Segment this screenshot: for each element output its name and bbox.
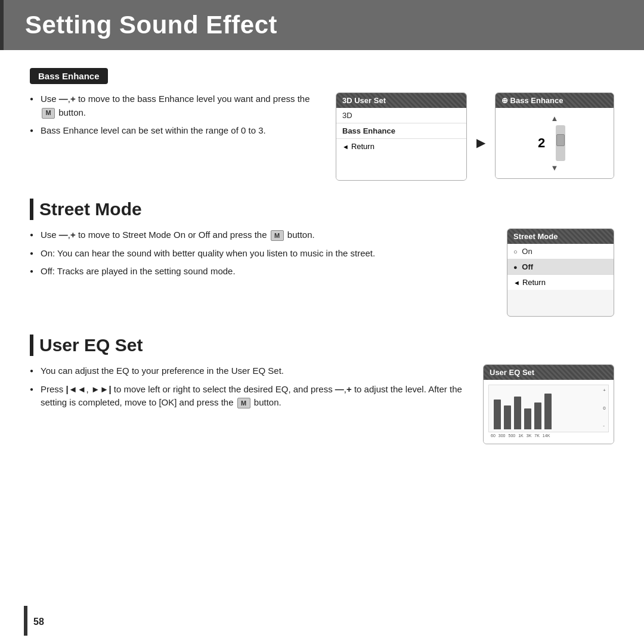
street-mode-title-block: Street Mode — [30, 199, 614, 220]
street-mode-section: Street Mode Use —,+ to move to Street Mo… — [30, 199, 614, 317]
street-on-row: ○ On — [507, 244, 614, 259]
empty-row-4 — [507, 303, 614, 316]
bass-enhance-bullet1: Use —,+ to move to the bass Enhance leve… — [30, 92, 318, 119]
m-button-street: M — [271, 230, 284, 241]
user-eq-text: You can adjust the EQ to your preference… — [30, 364, 483, 414]
eq-bar-fill-5 — [534, 402, 541, 429]
freq-1k: 1K — [518, 434, 524, 438]
freq-60: 60 — [491, 434, 496, 438]
eq-bar-1 — [494, 388, 501, 429]
page-number: 58 — [33, 617, 44, 627]
street-mode-bullet3: Off: Tracks are played in the setting so… — [30, 265, 489, 278]
street-return-row: ◄ Return — [507, 275, 614, 290]
eq-freq-labels: 60 300 500 1K 3K 7K 14K — [488, 432, 609, 439]
bottom-accent-bar — [24, 606, 27, 636]
eq-bar-fill-2 — [504, 405, 511, 429]
eq-bars — [491, 388, 554, 429]
eq-right-labels: + 0 - — [603, 388, 606, 428]
freq-300: 300 — [499, 434, 506, 438]
street-mode-title-bar — [30, 199, 33, 220]
user-eq-menu-header: User EQ Set — [484, 365, 614, 380]
page-title: Setting Sound Effect — [25, 11, 620, 39]
freq-7k: 7K — [534, 434, 540, 438]
bass-enhance-section: Bass Enhance Use —,+ to move to the bass… — [30, 68, 614, 181]
eq-content: + 0 - — [484, 380, 614, 444]
slider-down-arrow: ▼ — [551, 163, 559, 172]
m-button-bass: M — [42, 108, 55, 119]
street-mode-title: Street Mode — [39, 199, 142, 219]
eq-bar-3 — [514, 388, 521, 429]
street-mode-menu-header: Street Mode — [507, 229, 614, 244]
bass-enhance-row: Bass Enhance — [336, 123, 466, 139]
user-eq-title-block: User EQ Set — [30, 335, 614, 356]
empty-row-3 — [507, 290, 614, 303]
bass-enhance-value-menu: ⊕ Bass Enhance ▲ 2 ▼ — [495, 92, 614, 179]
eq-bar-2 — [504, 388, 511, 429]
user-eq-content: You can adjust the EQ to your preference… — [30, 364, 614, 444]
freq-500: 500 — [508, 434, 515, 438]
eq-bar-fill-3 — [514, 397, 521, 429]
slider-up-arrow: ▲ — [551, 114, 559, 123]
eq-bar-fill-4 — [524, 408, 531, 429]
street-mode-bullet2: On: You can hear the sound with better q… — [30, 247, 489, 261]
3d-user-set-menu: 3D User Set 3D Bass Enhance ◄ Return — [336, 92, 467, 181]
eq-bar-5 — [534, 388, 541, 429]
user-eq-section: User EQ Set You can adjust the EQ to you… — [30, 335, 614, 444]
bass-enhance-menus: 3D User Set 3D Bass Enhance ◄ Return ▶ ⊕… — [336, 92, 614, 181]
freq-14k: 14K — [543, 434, 550, 438]
eq-bar-fill-6 — [544, 394, 552, 429]
eq-bar-6 — [544, 388, 552, 429]
3d-user-set-header: 3D User Set — [336, 93, 466, 108]
street-mode-bullet1: Use —,+ to move to Street Mode On or Off… — [30, 228, 489, 242]
empty-row-1 — [336, 154, 466, 167]
return-icon-1: ◄ — [342, 143, 349, 150]
bass-enhance-content: Use —,+ to move to the bass Enhance leve… — [30, 92, 614, 181]
street-mode-content: Use —,+ to move to Street Mode On or Off… — [30, 228, 614, 317]
user-eq-bullet2: Press |◄◄, ►►| to move left or right to … — [30, 383, 465, 410]
eq-visualization: + 0 - — [488, 385, 609, 432]
eq-label-minus: - — [603, 423, 606, 428]
user-eq-title: User EQ Set — [39, 335, 143, 355]
bass-enhance-value-header: ⊕ Bass Enhance — [496, 93, 614, 108]
empty-row-2 — [336, 167, 466, 180]
street-off-row: ● Off — [507, 259, 614, 275]
3d-row: 3D — [336, 108, 466, 123]
bass-enhance-tag: Bass Enhance — [30, 68, 108, 84]
bass-enhance-value: 2 — [538, 135, 545, 151]
freq-3k: 3K — [527, 434, 532, 438]
arrow-right-1: ▶ — [473, 135, 489, 150]
street-mode-menu: Street Mode ○ On ● Off ◄ Return — [507, 228, 614, 317]
radio-off-icon: ○ — [513, 248, 518, 255]
bass-enhance-bullet2: Bass Enhance level can be set within the… — [30, 124, 318, 138]
slider-thumb — [556, 134, 565, 146]
user-eq-bullet1: You can adjust the EQ to your preference… — [30, 364, 465, 378]
return-icon-2: ◄ — [513, 279, 520, 286]
m-button-eq: M — [237, 398, 250, 408]
eq-bar-4 — [524, 388, 531, 429]
radio-on-icon: ● — [513, 264, 518, 271]
return-row-1: ◄ Return — [336, 139, 466, 154]
bass-enhance-text: Use —,+ to move to the bass Enhance leve… — [30, 92, 336, 143]
user-eq-menu: User EQ Set + 0 - — [483, 364, 614, 444]
user-eq-title-bar — [30, 335, 33, 356]
slider-track — [556, 125, 565, 161]
eq-label-zero: 0 — [603, 405, 606, 411]
page-header: Setting Sound Effect — [0, 0, 644, 50]
eq-label-plus: + — [603, 388, 606, 393]
street-mode-text: Use —,+ to move to Street Mode On or Off… — [30, 228, 507, 283]
